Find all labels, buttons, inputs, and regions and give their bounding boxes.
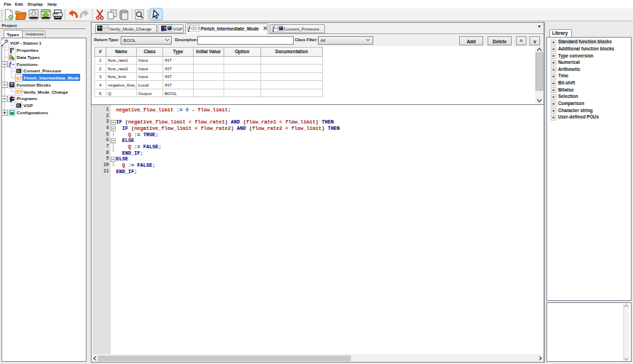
svg-text:=: = — [275, 26, 277, 31]
svg-text:ST: ST — [16, 89, 23, 94]
svg-text:ST: ST — [16, 75, 23, 80]
svg-text:=: = — [12, 62, 15, 67]
svg-text:=: = — [190, 26, 192, 31]
svg-text:ST: ST — [194, 26, 200, 31]
svg-text:ST: ST — [103, 26, 109, 31]
